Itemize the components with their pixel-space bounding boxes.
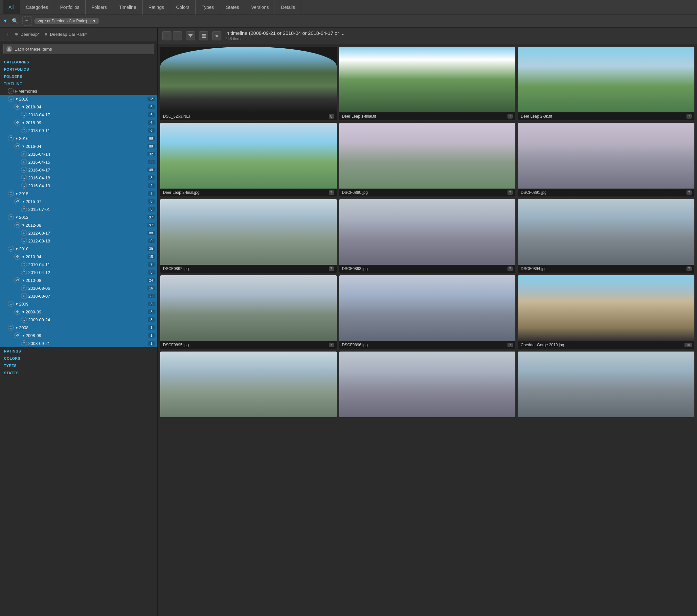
filter-bar: ▼ 🔍 + zap* or Deerleap Car Park*) + ▾ xyxy=(0,14,697,28)
tab-all[interactable]: All xyxy=(3,0,20,14)
tree-item-2018-09-11[interactable]: ⏱ 2018-09-11 6 xyxy=(0,127,157,134)
tab-types[interactable]: Types xyxy=(196,0,220,14)
tree-item-2012-08-17[interactable]: ⏱ 2012-08-17 88 xyxy=(0,229,157,237)
tab-categories[interactable]: Categories xyxy=(20,0,55,14)
section-header-states[interactable]: STATES xyxy=(0,369,157,376)
section-header-folders[interactable]: FOLDERS xyxy=(0,73,157,80)
forward-button[interactable]: → xyxy=(173,31,182,40)
tree-item-2015-07[interactable]: ⏱ ▼ 2015-07 8 xyxy=(0,197,157,205)
tree-item-2010-04[interactable]: ⏱ ▼ 2010-04 15 xyxy=(0,253,157,261)
photo-thumb-deerleap2bk xyxy=(518,47,694,112)
tree-label-2012-08-17: 2012-08-17 xyxy=(28,231,147,236)
tree-label-2012-08-18: 2012-08-18 xyxy=(28,238,148,244)
right-header: ← → ★ in timeline (2008-09-21 or 2018-04… xyxy=(158,28,697,44)
section-header-timeline[interactable]: TIMELINE xyxy=(0,80,157,87)
clock-icon-2010-08: ⏱ xyxy=(14,277,20,283)
tab-portfolios[interactable]: Portfolios xyxy=(54,0,85,14)
photo-name-dscf0892: DSCF0892.jpg xyxy=(163,266,189,271)
filter-button[interactable] xyxy=(186,31,195,40)
tab-states[interactable]: States xyxy=(220,0,246,14)
tree-item-2015[interactable]: ⏱ ▼ 2015 8 xyxy=(0,190,157,197)
tree-label-2010-08: 2010-08 xyxy=(26,278,147,283)
section-header-ratings[interactable]: RATINGS xyxy=(0,347,157,354)
tree-item-2009[interactable]: ⏱ ▼ 2009 3 xyxy=(0,300,157,308)
search-input[interactable] xyxy=(14,47,151,52)
tree-item-2009-09[interactable]: ⏱ ▼ 2009-09 3 xyxy=(0,308,157,316)
tree-item-2008[interactable]: ⏱ ▼ 2008 1 xyxy=(0,324,157,332)
tree-item-2008-09-21[interactable]: ⏱ 2008-09-21 1 xyxy=(0,339,157,347)
photo-card-deerleap2final[interactable]: Deer Leap 2-final.jpg7 xyxy=(160,123,337,196)
section-header-colors[interactable]: COLORS xyxy=(0,354,157,362)
photo-thumb-extra3 xyxy=(518,352,694,417)
pill-1-label: zap* or Deerleap Car Park*) xyxy=(38,19,87,23)
tab-colors[interactable]: Colors xyxy=(170,0,195,14)
tree-label-2010-04-12: 2010-04-12 xyxy=(28,270,148,275)
pill-dropdown[interactable]: ▾ xyxy=(93,19,95,23)
tab-details[interactable]: Details xyxy=(275,0,301,14)
photo-card-dsc6263[interactable]: DSC_6263.NEF8 xyxy=(160,47,337,120)
tree-item-2016-04-19[interactable]: ⏱ 2016-04-19 2 xyxy=(0,182,157,190)
stack-button[interactable] xyxy=(199,31,208,40)
photo-card-dscf0895[interactable]: DSCF0895.jpg7 xyxy=(160,275,337,349)
breadcrumb-item-1[interactable]: Deerleap* xyxy=(15,32,40,37)
tree-item-2010-08-07[interactable]: ⏱ 2010-08-07 8 xyxy=(0,292,157,300)
tree-item-2008-09[interactable]: ⏱ ▼ 2008-09 1 xyxy=(0,332,157,339)
clock-icon-2008-09-21: ⏱ xyxy=(21,340,27,346)
photo-card-dscf0891[interactable]: DSCF0891.jpg7 xyxy=(518,123,694,196)
tree-item-2018[interactable]: ⏱ ▼ 2018 12 xyxy=(0,95,157,103)
section-header-portfolios[interactable]: PORTFOLIOS xyxy=(0,65,157,73)
tree-item-2010-08-06[interactable]: ⏱ 2010-08-06 16 xyxy=(0,284,157,292)
filter-pill-1[interactable]: zap* or Deerleap Car Park*) + ▾ xyxy=(34,18,99,24)
add-breadcrumb-button[interactable]: + xyxy=(3,30,13,39)
section-header-types[interactable]: TYPES xyxy=(0,362,157,369)
clock-icon-2016-04-17: ⏱ xyxy=(21,167,27,173)
tree-item-2010-04-11[interactable]: ⏱ 2010-04-11 7 xyxy=(0,261,157,268)
tree-item-2010[interactable]: ⏱ ▼ 2010 39 xyxy=(0,245,157,253)
clock-icon-2018-09: ⏱ xyxy=(14,120,20,126)
search-button[interactable]: 🔍 xyxy=(11,16,20,25)
tree-item-2018-09[interactable]: ⏱ ▼ 2018-09 6 xyxy=(0,119,157,127)
section-header-categories[interactable]: CATEGORIES xyxy=(0,58,157,65)
tree-item-2012[interactable]: ⏱ ▼ 2012 97 xyxy=(0,213,157,221)
photo-card-deerleap2bk[interactable]: Deer Leap 2-8k.tif7 xyxy=(518,47,694,120)
tab-ratings[interactable]: Ratings xyxy=(143,0,170,14)
breadcrumb-item-2[interactable]: Deerleap Car Park* xyxy=(45,32,87,37)
tree-item-2012-08-18[interactable]: ⏱ 2012-08-18 9 xyxy=(0,237,157,245)
count-badge-2010-08-06: 16 xyxy=(147,286,155,290)
tree-item-2016-04-15[interactable]: ⏱ 2016-04-15 3 xyxy=(0,158,157,166)
tree-label-2012-08: 2012-08 xyxy=(26,223,147,228)
photo-card-dscf0896[interactable]: DSCF0896.jpg7 xyxy=(339,275,516,349)
photo-card-dscf0894[interactable]: DSCF0894.jpg7 xyxy=(518,199,694,273)
add-filter-button[interactable]: + xyxy=(23,16,31,26)
tab-folders[interactable]: Folders xyxy=(86,0,113,14)
photo-card-dscf0893[interactable]: DSCF0893.jpg7 xyxy=(339,199,516,273)
tree-item-2016-04-14[interactable]: ⏱ 2016-04-14 32 xyxy=(0,150,157,158)
pill-1-remove[interactable]: + xyxy=(89,19,91,23)
photo-card-deerleap1[interactable]: Deer Leap 1-final.tif7 xyxy=(339,47,516,120)
photo-card-extra1[interactable] xyxy=(160,352,337,417)
tab-versions[interactable]: Versions xyxy=(246,0,275,14)
photo-card-dscf0890[interactable]: DSCF0890.jpg7 xyxy=(339,123,516,196)
back-button[interactable]: ← xyxy=(162,31,172,40)
tree-item-2016-04-18[interactable]: ⏱ 2016-04-18 3 xyxy=(0,174,157,182)
tree-item-2015-07-01[interactable]: ⏱ 2015-07-01 8 xyxy=(0,205,157,213)
tree-item-2018-04-17[interactable]: ⏱ 2018-04-17 6 xyxy=(0,111,157,119)
photo-rating-deerleap2bk: 7 xyxy=(686,114,692,119)
tree-item-2012-08[interactable]: ⏱ ▼ 2012-08 97 xyxy=(0,221,157,229)
tree-item-2016-04[interactable]: ⏱ ▼ 2016-04 88 xyxy=(0,142,157,150)
tree-item-memories[interactable]: ⏱ ▶ Memories xyxy=(0,87,157,95)
tree-item-2009-09-24[interactable]: ⏱ 2009-09-24 3 xyxy=(0,316,157,324)
tab-timeline[interactable]: Timeline xyxy=(113,0,142,14)
tree-item-2016[interactable]: ⏱ ▼ 2016 88 xyxy=(0,134,157,142)
tree-item-2010-04-12[interactable]: ⏱ 2010-04-12 8 xyxy=(0,268,157,276)
count-badge-2018-09: 6 xyxy=(148,120,155,125)
tree-item-2010-08[interactable]: ⏱ ▼ 2010-08 24 xyxy=(0,276,157,284)
photo-card-cheddar[interactable]: Cheddar Gorge 2010.jpg10 xyxy=(518,275,694,349)
star-button[interactable]: ★ xyxy=(212,31,221,40)
photo-card-extra3[interactable] xyxy=(518,352,694,417)
photo-card-dscf0892[interactable]: DSCF0892.jpg7 xyxy=(160,199,337,273)
tree-item-2016-04-17[interactable]: ⏱ 2016-04-17 48 xyxy=(0,166,157,174)
tree-item-2018-04[interactable]: ⏱ ▼ 2018-04 6 xyxy=(0,103,157,111)
count-badge-2012-08-18: 9 xyxy=(148,238,155,243)
photo-card-extra2[interactable] xyxy=(339,352,516,417)
